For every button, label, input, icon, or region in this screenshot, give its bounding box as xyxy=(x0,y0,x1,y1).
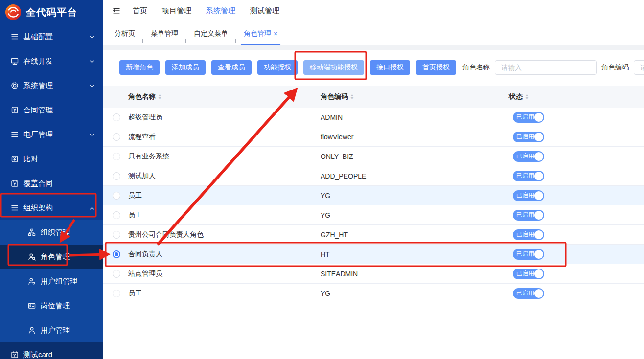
row-radio[interactable] xyxy=(113,172,120,180)
tab-bar: 分析页 × 菜单管理 × 自定义菜单 × 角色管理 × xyxy=(103,22,644,45)
topnav-item-system-mgmt[interactable]: 系统管理 xyxy=(206,6,235,16)
sidebar-item-org-mgmt[interactable]: 组织管理 xyxy=(0,220,103,245)
status-toggle[interactable]: 已启用 xyxy=(513,132,544,142)
column-header[interactable]: 状态 ▲▼ xyxy=(509,92,644,101)
topnav-item-test-mgmt[interactable]: 测试管理 xyxy=(250,6,279,16)
tab-role-mgmt[interactable]: 角色管理 × xyxy=(236,22,285,45)
app-title: 全代码平台 xyxy=(26,6,77,19)
role-name-cell: 员工 xyxy=(128,289,321,298)
sidebar-item-system-mgmt[interactable]: 系统管理 xyxy=(0,73,103,98)
table-row[interactable]: 员工 YG 已启用 xyxy=(103,284,644,303)
role-code-cell: SITEADMIN xyxy=(321,270,509,278)
column-header-label: 角色编码 xyxy=(321,92,348,101)
view-members-button[interactable]: 查看成员 xyxy=(211,60,252,75)
sidebar-item-cover-contract[interactable]: 覆盖合同 xyxy=(0,171,103,196)
status-toggle[interactable]: 已启用 xyxy=(513,151,544,162)
status-toggle-label: 已启用 xyxy=(516,152,535,160)
row-radio[interactable] xyxy=(113,250,120,258)
row-radio[interactable] xyxy=(113,290,120,297)
chevron-down-icon xyxy=(88,131,96,138)
row-radio[interactable] xyxy=(113,133,120,141)
status-toggle[interactable]: 已启用 xyxy=(513,269,544,279)
sidebar-item-user-mgmt[interactable]: 用户管理 xyxy=(0,318,103,342)
tab-menu-mgmt[interactable]: 菜单管理 × xyxy=(143,22,186,45)
table-row[interactable]: 员工 YG 已启用 xyxy=(103,186,644,205)
mobile-function-auth-button[interactable]: 移动端功能授权 xyxy=(303,60,364,75)
status-toggle[interactable]: 已启用 xyxy=(513,190,544,201)
sidebar-item-online-dev[interactable]: 在线开发 xyxy=(0,49,103,73)
toolbar: 新增角色 添加成员 查看成员 功能授权 移动端功能授权 接口授权 首页授权 角色… xyxy=(103,50,644,75)
idcard-icon xyxy=(27,301,36,311)
roles-table: 角色名称 ▲▼ 角色编码 ▲▼ 状态 ▲▼ xyxy=(103,86,644,303)
status-toggle-knob xyxy=(534,250,543,259)
org-icon xyxy=(27,228,36,237)
role-code-cell: YG xyxy=(321,211,509,219)
sidebar-item-plant-mgmt[interactable]: 电厂管理 xyxy=(0,122,103,147)
tab-custom-menu[interactable]: 自定义菜单 × xyxy=(186,22,236,45)
menu-fold-icon[interactable] xyxy=(112,6,121,16)
add-member-button[interactable]: 添加成员 xyxy=(165,60,206,75)
sort-icon: ▲▼ xyxy=(350,94,354,100)
close-icon[interactable]: × xyxy=(274,30,277,37)
role-code-cell: ONLY_BIZ xyxy=(321,153,509,160)
add-role-button[interactable]: 新增角色 xyxy=(119,60,160,75)
table-row[interactable]: 测试加人 ADD_PEOPLE 已启用 xyxy=(103,166,644,186)
sidebar-item-post-mgmt[interactable]: 岗位管理 xyxy=(0,293,103,318)
status-toggle-knob xyxy=(534,152,543,161)
status-toggle[interactable]: 已启用 xyxy=(513,288,544,299)
topnav-item-home[interactable]: 首页 xyxy=(133,6,147,16)
table-row[interactable]: 超级管理员 ADMIN 已启用 xyxy=(103,108,644,127)
role-code-cell: ADMIN xyxy=(321,113,509,121)
api-auth-button[interactable]: 接口授权 xyxy=(370,60,410,75)
row-radio[interactable] xyxy=(113,211,120,219)
sidebar-item-user-group-mgmt[interactable]: 用户组管理 xyxy=(0,269,103,293)
status-toggle-label: 已启用 xyxy=(516,133,535,141)
column-header[interactable]: 角色名称 ▲▼ xyxy=(128,92,321,101)
role-name-cell: 合同负责人 xyxy=(128,250,321,259)
homepage-auth-button[interactable]: 首页授权 xyxy=(416,60,456,75)
role-name-cell: 只有业务系统 xyxy=(128,152,321,161)
status-toggle-label: 已启用 xyxy=(516,289,535,297)
app-logo: 全代码平台 xyxy=(0,0,103,24)
status-toggle[interactable]: 已启用 xyxy=(513,171,544,181)
status-toggle-label: 已启用 xyxy=(516,211,535,219)
table-row[interactable]: 站点管理员 SITEADMIN 已启用 xyxy=(103,264,644,284)
topnav-item-project-mgmt[interactable]: 项目管理 xyxy=(162,6,191,16)
role-status-cell: 已启用 xyxy=(509,210,644,221)
toolbar-buttons: 新增角色 添加成员 查看成员 功能授权 移动端功能授权 接口授权 首页授权 xyxy=(119,60,456,75)
sidebar-item-compare[interactable]: 比对 xyxy=(0,147,103,171)
role-code-input[interactable] xyxy=(634,60,644,75)
status-toggle[interactable]: 已启用 xyxy=(513,249,544,260)
row-radio[interactable] xyxy=(113,231,120,239)
table-row[interactable]: 只有业务系统 ONLY_BIZ 已启用 xyxy=(103,147,644,166)
sidebar-item-test-card[interactable]: 测试card xyxy=(0,342,103,359)
status-toggle[interactable]: 已启用 xyxy=(513,229,544,240)
table-row[interactable]: 贵州公司合同负责人角色 GZH_HT 已启用 xyxy=(103,225,644,245)
row-radio[interactable] xyxy=(113,270,120,278)
role-code-cell: ADD_PEOPLE xyxy=(321,172,509,180)
role-name-input[interactable] xyxy=(495,60,597,75)
monitor-icon xyxy=(10,57,19,66)
function-auth-button[interactable]: 功能授权 xyxy=(257,60,298,75)
tab-analysis-page[interactable]: 分析页 × xyxy=(107,22,143,45)
sidebar-item-org-structure[interactable]: 组织架构 xyxy=(0,196,103,220)
table-row[interactable]: 员工 YG 已启用 xyxy=(103,205,644,225)
column-header[interactable]: 角色编码 ▲▼ xyxy=(321,92,509,101)
row-radio[interactable] xyxy=(113,153,120,160)
role-status-cell: 已启用 xyxy=(509,269,644,279)
sidebar-item-basic-config[interactable]: 基础配置 xyxy=(0,24,103,49)
chevron-up-icon xyxy=(88,204,96,212)
table-row[interactable]: 流程查看 flowViewer 已启用 xyxy=(103,127,644,147)
status-toggle[interactable]: 已启用 xyxy=(513,210,544,221)
person-icon xyxy=(27,326,36,335)
status-toggle[interactable]: 已启用 xyxy=(513,112,544,123)
status-toggle-label: 已启用 xyxy=(516,250,535,258)
sidebar-item-role-mgmt[interactable]: 角色管理 xyxy=(0,245,103,269)
row-radio[interactable] xyxy=(113,113,120,121)
role-status-cell: 已启用 xyxy=(509,151,644,162)
row-radio[interactable] xyxy=(113,192,120,200)
role-status-cell: 已启用 xyxy=(509,171,644,181)
sidebar-item-contract-mgmt[interactable]: 合同管理 xyxy=(0,98,103,122)
table-row[interactable]: 合同负责人 HT 已启用 xyxy=(103,245,644,264)
table-body: 超级管理员 ADMIN 已启用 流程查看 flowViewer xyxy=(103,108,644,303)
